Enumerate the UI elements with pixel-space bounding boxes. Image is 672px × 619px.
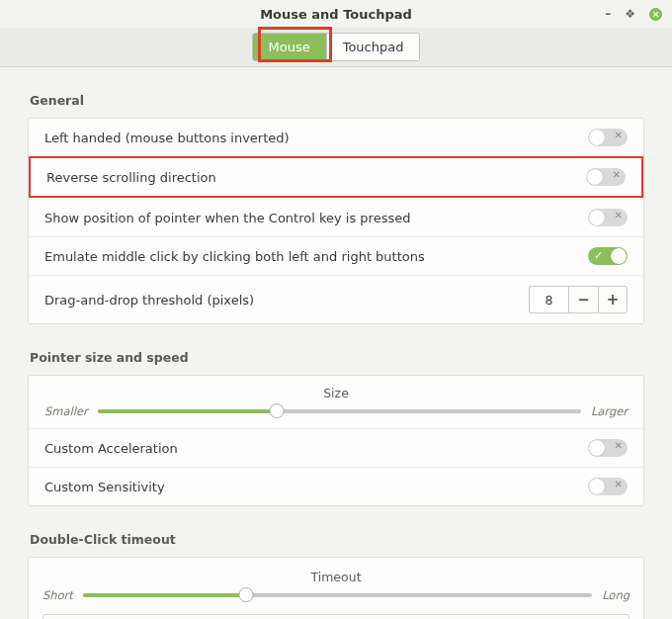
window-title: Mouse and Touchpad (260, 7, 412, 22)
toggle-off-icon: ✕ (615, 210, 623, 221)
minimize-button[interactable]: – (605, 7, 611, 21)
label-dnd-threshold: Drag-and-drop threshold (pixels) (44, 293, 254, 308)
label-timeout-long: Long (602, 588, 630, 602)
toggle-knob (611, 248, 627, 264)
section-heading-doubleclick: Double-Click timeout (30, 532, 644, 547)
toggle-custom-sensitivity[interactable]: ✕ ✓ (588, 478, 628, 495)
row-reverse-scrolling: Reverse scrolling direction ✕ ✓ (29, 156, 643, 198)
tab-mouse[interactable]: Mouse (253, 34, 326, 60)
toggle-knob (589, 130, 605, 145)
section-heading-general: General (30, 93, 644, 108)
toggle-knob (589, 210, 605, 225)
section-heading-pointer: Pointer size and speed (30, 350, 644, 365)
toggle-emulate-middle-click[interactable]: ✕ ✓ (588, 247, 628, 265)
toggle-knob (589, 440, 605, 456)
panel-pointer: Size Smaller Larger Custom Acceleration … (28, 375, 644, 506)
toggle-custom-acceleration[interactable]: ✕ ✓ (588, 439, 628, 457)
tab-touchpad[interactable]: Touchpad (326, 34, 420, 60)
toggle-knob (587, 169, 603, 185)
label-size-larger: Larger (591, 404, 628, 418)
label-left-handed: Left handed (mouse buttons inverted) (44, 131, 290, 145)
row-pointer-size: Size Smaller Larger (29, 376, 643, 428)
toggle-left-handed[interactable]: ✕ ✓ (588, 129, 628, 146)
label-size-smaller: Smaller (44, 404, 88, 418)
toggle-on-icon: ✓ (594, 249, 603, 262)
dnd-threshold-increment[interactable]: + (598, 286, 628, 313)
label-reverse-scrolling: Reverse scrolling direction (46, 170, 216, 185)
toggle-off-icon: ✕ (615, 130, 623, 140)
dnd-threshold-decrement[interactable]: − (568, 286, 598, 313)
toggle-reverse-scrolling[interactable]: ✕ ✓ (586, 168, 626, 186)
row-emulate-middle-click: Emulate middle click by clicking both le… (29, 236, 643, 275)
toggle-off-icon: ✕ (615, 440, 623, 451)
toggle-show-pointer-ctrl[interactable]: ✕ ✓ (588, 209, 628, 226)
close-button[interactable] (649, 8, 662, 21)
panel-general: Left handed (mouse buttons inverted) ✕ ✓… (28, 118, 644, 324)
toggle-off-icon: ✕ (615, 479, 623, 489)
label-timeout: Timeout (42, 570, 630, 584)
slider-handle[interactable] (269, 403, 284, 418)
label-show-pointer-ctrl: Show position of pointer when the Contro… (44, 211, 410, 225)
row-custom-sensitivity: Custom Sensitivity ✕ ✓ (29, 467, 643, 505)
dnd-threshold-stepper[interactable]: 8 − + (529, 286, 628, 313)
label-emulate-middle-click: Emulate middle click by clicking both le… (44, 249, 425, 264)
slider-handle[interactable] (238, 587, 253, 602)
dnd-threshold-value[interactable]: 8 (529, 286, 568, 313)
double-click-test-button[interactable]: Double-click test (42, 614, 630, 619)
toggle-knob (589, 479, 605, 494)
label-custom-sensitivity: Custom Sensitivity (44, 480, 165, 494)
label-timeout-short: Short (42, 588, 73, 602)
toggle-off-icon: ✕ (613, 169, 621, 180)
row-custom-acceleration: Custom Acceleration ✕ ✓ (29, 428, 643, 467)
row-show-pointer-ctrl: Show position of pointer when the Contro… (29, 198, 643, 236)
row-doubleclick-timeout: Timeout Short Long (42, 570, 630, 602)
panel-doubleclick: Timeout Short Long Double-click test (28, 557, 644, 619)
row-left-handed: Left handed (mouse buttons inverted) ✕ ✓ (29, 119, 643, 156)
slider-doubleclick-timeout[interactable] (83, 593, 592, 597)
maximize-button[interactable]: ❖ (625, 7, 635, 21)
slider-pointer-size[interactable] (98, 409, 581, 413)
label-custom-acceleration: Custom Acceleration (44, 441, 178, 456)
row-dnd-threshold: Drag-and-drop threshold (pixels) 8 − + (29, 275, 643, 323)
label-size: Size (44, 386, 628, 400)
